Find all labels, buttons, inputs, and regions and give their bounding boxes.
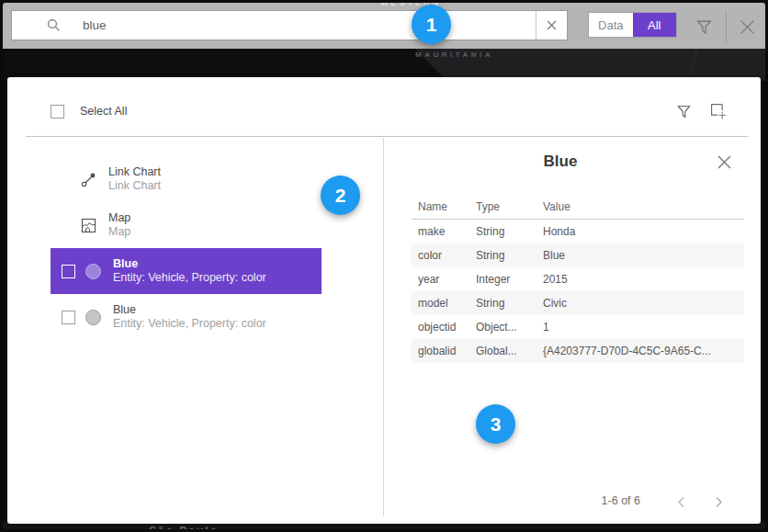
property-table-headers: Name Type Value [412, 200, 744, 213]
result-checkbox[interactable] [62, 311, 75, 324]
cell-name: color [412, 249, 476, 262]
add-to-new-button[interactable] [707, 100, 729, 122]
cell-name: objectid [412, 321, 476, 334]
pagination-prev-button[interactable] [672, 492, 690, 511]
property-row-objectid: objectidObject...1 [412, 315, 744, 339]
panel-filter-button[interactable] [673, 101, 694, 121]
search-query-text: blue [83, 18, 107, 32]
result-title: Map [108, 211, 130, 226]
map-icon [81, 218, 96, 233]
toggle-option-data[interactable]: Data [589, 13, 633, 37]
pagination-label: 1-6 of 6 [409, 494, 640, 507]
result-item-2[interactable]: MapMap [51, 202, 322, 248]
result-item-1[interactable]: Link ChartLink Chart [51, 156, 322, 202]
annotation-badge-1: 1 [412, 5, 451, 44]
cell-value: 2015 [543, 273, 744, 286]
result-title: Blue [113, 257, 266, 272]
property-table: makeStringHondacolorStringBlueyearIntege… [412, 220, 744, 363]
search-filter-button[interactable] [691, 15, 717, 39]
property-row-make: makeStringHonda [412, 220, 744, 243]
map-label-sao-paulo: São Paulo [149, 525, 219, 532]
column-header-type: Type [476, 200, 543, 213]
cell-value: Civic [543, 297, 744, 310]
result-text: BlueEntity: Vehicle, Property: color [113, 303, 266, 332]
result-subtitle: Entity: Vehicle, Property: color [113, 317, 266, 332]
result-text: MapMap [108, 211, 130, 240]
map-label-mauritania: MAURITANIA [415, 51, 493, 59]
entity-circle-icon [85, 310, 101, 325]
result-subtitle: Map [108, 225, 130, 240]
result-checkbox[interactable] [62, 265, 75, 278]
detail-title: Blue [409, 153, 712, 171]
screenshot-root: MAURITANIA São Paulo blue Data All WESTE… [0, 0, 768, 532]
panel-header-divider [26, 136, 748, 137]
property-row-color: colorStringBlue [412, 243, 744, 267]
cell-name: model [412, 297, 476, 310]
cell-type: String [476, 225, 543, 238]
topbar-divider [726, 11, 727, 43]
cell-type: Integer [476, 273, 543, 286]
result-subtitle: Link Chart [108, 179, 161, 194]
search-bar: blue Data All [3, 3, 765, 49]
select-all-label: Select All [80, 105, 127, 118]
search-icon [47, 18, 61, 32]
annotation-badge-3: 3 [476, 404, 515, 444]
cell-type: String [476, 249, 543, 262]
result-title: Link Chart [108, 165, 161, 180]
property-row-globalid: globalidGlobal...{A4203777-D70D-4C5C-9A6… [412, 339, 744, 363]
cell-value: Blue [543, 249, 744, 262]
clear-search-button[interactable] [536, 11, 567, 40]
cell-name: year [412, 273, 476, 286]
result-item-4[interactable]: BlueEntity: Vehicle, Property: color [51, 294, 322, 340]
detail-close-icon[interactable] [713, 151, 735, 173]
cell-type: Object... [476, 321, 543, 334]
link-chart-icon [81, 172, 96, 187]
entity-circle-icon [85, 264, 101, 279]
result-text: Link ChartLink Chart [108, 165, 161, 194]
toggle-option-all[interactable]: All [633, 13, 677, 37]
property-row-model: modelStringCivic [412, 291, 744, 315]
cell-type: String [476, 297, 543, 310]
cell-value: Honda [543, 225, 744, 238]
data-all-toggle: Data All [588, 12, 677, 38]
property-row-year: yearInteger2015 [412, 267, 744, 291]
select-all-checkbox[interactable] [51, 105, 64, 119]
result-item-3[interactable]: BlueEntity: Vehicle, Property: color [51, 248, 322, 294]
cell-value: 1 [543, 321, 744, 334]
cell-name: globalid [412, 345, 476, 357]
column-header-name: Name [412, 200, 476, 213]
cell-type: Global... [476, 345, 543, 357]
result-subtitle: Entity: Vehicle, Property: color [113, 271, 266, 286]
results-list: Link ChartLink ChartMapMapBlueEntity: Ve… [51, 156, 322, 340]
result-text: BlueEntity: Vehicle, Property: color [113, 257, 266, 286]
cell-name: make [412, 225, 476, 238]
annotation-badge-2: 2 [321, 175, 360, 215]
result-title: Blue [113, 303, 266, 318]
pagination-next-button[interactable] [709, 492, 728, 511]
panel-vertical-divider [383, 138, 384, 516]
column-header-value: Value [543, 200, 744, 213]
search-input[interactable]: blue [11, 10, 568, 40]
cell-value: {A4203777-D70D-4C5C-9A65-C... [543, 345, 744, 357]
results-panel: Select All Link ChartLink ChartMapMapBlu… [7, 77, 761, 524]
close-search-button[interactable] [732, 13, 762, 40]
